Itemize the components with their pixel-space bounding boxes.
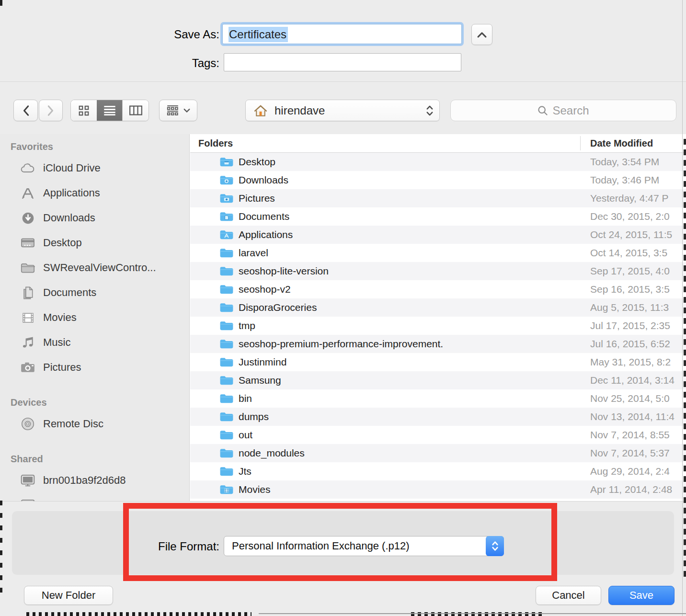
sidebar-item-tds[interactable]: tds (0, 493, 189, 501)
sidebar-item-label: SWRevealViewContro... (43, 262, 156, 274)
folder-applications-icon (219, 228, 234, 240)
row-date-modified: Aug 5, 2015, 11:3 (590, 298, 669, 317)
table-row[interactable]: SamsungDec 11, 2014, 3:14 (190, 371, 686, 389)
row-date-modified: Aug 29, 2014, 2:4 (590, 462, 670, 480)
sidebar-item-desktop[interactable]: Desktop (0, 230, 189, 255)
folder-downloads-icon (219, 174, 234, 186)
column-divider[interactable] (580, 136, 581, 150)
table-row[interactable]: DownloadsToday, 3:46 PM (190, 171, 686, 189)
folder-pictures-icon (219, 192, 234, 204)
table-row[interactable]: JtsAug 29, 2014, 2:4 (190, 462, 686, 480)
location-popup[interactable]: hirendave (245, 100, 440, 121)
sidebar-section-title: Devices (0, 396, 189, 411)
row-folder-name: Applications (239, 226, 293, 244)
cloud-icon (20, 161, 35, 175)
table-row[interactable]: laravelOct 14, 2015, 3:5 (190, 244, 686, 262)
column-header-date-modified[interactable]: Date Modified (590, 134, 653, 152)
file-rows: DesktopToday, 3:54 PMDownloadsToday, 3:4… (190, 153, 686, 501)
table-row[interactable]: DisporaGroceriesAug 5, 2015, 11:3 (190, 298, 686, 317)
row-date-modified: Oct 14, 2015, 3:5 (590, 244, 667, 262)
chevron-down-icon (183, 108, 190, 113)
sidebar-item-label: Downloads (43, 212, 95, 224)
sidebar-item-swrevealviewcontro[interactable]: SWRevealViewContro... (0, 255, 189, 280)
search-placeholder: Search (552, 104, 589, 117)
folder-icon (219, 319, 234, 331)
format-section: File Format: Personal Information Exchan… (0, 501, 686, 582)
file-list: Folders Date Modified DesktopToday, 3:54… (190, 134, 686, 501)
column-view-icon (129, 105, 142, 115)
table-row[interactable]: binNov 25, 2014, 5:0 (190, 389, 686, 408)
table-row[interactable]: MoviesApr 11, 2014, 2:48 (190, 480, 686, 499)
folder-icon (219, 447, 234, 459)
table-row[interactable]: DocumentsDec 30, 2015, 2:0 (190, 207, 686, 226)
row-date-modified: Dec 30, 2015, 2:0 (590, 207, 670, 226)
sidebar-item-music[interactable]: Music (0, 330, 189, 355)
search-icon (537, 105, 548, 116)
back-button[interactable] (13, 100, 38, 121)
row-folder-name: Desktop (239, 153, 275, 171)
sidebar-item-pictures[interactable]: Pictures (0, 355, 189, 380)
home-icon (253, 104, 268, 117)
file-format-select[interactable]: Personal Information Exchange (.p12) (224, 536, 504, 556)
sidebar-item-brn001ba9f2d6d8[interactable]: brn001ba9f2d6d8 (0, 468, 189, 493)
search-input[interactable]: Search (450, 100, 676, 121)
table-row[interactable]: ApplicationsOct 24, 2015, 11:5 (190, 226, 686, 244)
row-date-modified: Sep 16, 2015, 3:5 (590, 280, 670, 298)
new-folder-button[interactable]: New Folder (24, 586, 113, 605)
sidebar-item-label: Movies (43, 311, 77, 324)
table-row[interactable]: dumpsNov 13, 2014, 11:4 (190, 408, 686, 426)
forward-button[interactable] (39, 100, 63, 121)
table-row[interactable]: seoshop-premium-performance-improvement.… (190, 335, 686, 353)
filename-input[interactable]: Certificates (222, 24, 462, 44)
sidebar-item-remote-disc[interactable]: Remote Disc (0, 411, 189, 436)
chevron-left-icon (23, 105, 29, 116)
cancel-button[interactable]: Cancel (536, 586, 601, 605)
sidebar-item-downloads[interactable]: Downloads (0, 205, 189, 230)
table-row[interactable]: seoshop-lite-versionSep 17, 2015, 4:0 (190, 262, 686, 280)
row-date-modified: Apr 11, 2014, 2:48 (590, 480, 672, 499)
table-row[interactable]: JustinmindMay 31, 2015, 8:2 (190, 353, 686, 371)
tags-label: Tags: (0, 57, 219, 70)
folder-icon (219, 338, 234, 350)
row-date-modified: Nov 7, 2014, 5:37 (590, 444, 670, 462)
folder-icon (20, 261, 35, 275)
selected-filename-text: Certificates (229, 27, 288, 42)
sidebar-item-movies[interactable]: Movies (0, 305, 189, 330)
screen-artifact-right (684, 139, 686, 580)
sidebar-item-label: Remote Disc (43, 418, 103, 430)
row-folder-name: node_modules (239, 444, 305, 462)
sidebar-item-label: Music (43, 336, 70, 349)
table-row[interactable]: tmpJul 17, 2015, 2:35 (190, 317, 686, 335)
sidebar-item-applications[interactable]: Applications (0, 181, 189, 205)
pictures-icon (20, 360, 35, 375)
column-view-button[interactable] (122, 100, 149, 121)
group-by-icon (166, 105, 179, 116)
desktop-icon (20, 236, 35, 250)
row-date-modified: Jul 16, 2015, 6:52 (590, 335, 670, 353)
table-row[interactable]: DesktopToday, 3:54 PM (190, 153, 686, 171)
row-folder-name: Documents (239, 207, 289, 226)
collapse-panel-button[interactable] (471, 24, 492, 45)
table-row[interactable]: PicturesYesterday, 4:47 P (190, 189, 686, 207)
sidebar-item-icloud-drive[interactable]: iCloud Drive (0, 156, 189, 181)
applications-icon (20, 186, 35, 200)
icon-view-button[interactable] (71, 100, 97, 121)
row-folder-name: laravel (239, 244, 268, 262)
list-view-button[interactable] (97, 100, 123, 121)
folder-icon (219, 301, 234, 313)
save-button[interactable]: Save (608, 586, 675, 605)
group-by-button[interactable] (159, 100, 197, 121)
table-row[interactable]: seoshop-v2Sep 16, 2015, 3:5 (190, 280, 686, 298)
sidebar-section: FavoritesiCloud DriveApplicationsDownloa… (0, 140, 189, 380)
folder-icon (219, 465, 234, 477)
tags-input[interactable] (224, 53, 461, 71)
folder-icon (219, 356, 234, 368)
sidebar-item-documents[interactable]: Documents (0, 280, 189, 305)
folder-icon (219, 429, 234, 441)
table-row[interactable]: node_modulesNov 7, 2014, 5:37 (190, 444, 686, 462)
row-folder-name: seoshop-v2 (239, 280, 291, 298)
table-row[interactable]: outNov 7, 2014, 8:55 (190, 426, 686, 444)
row-folder-name: seoshop-lite-version (239, 262, 329, 280)
column-header-folders[interactable]: Folders (198, 134, 233, 152)
movies-icon (20, 310, 35, 325)
